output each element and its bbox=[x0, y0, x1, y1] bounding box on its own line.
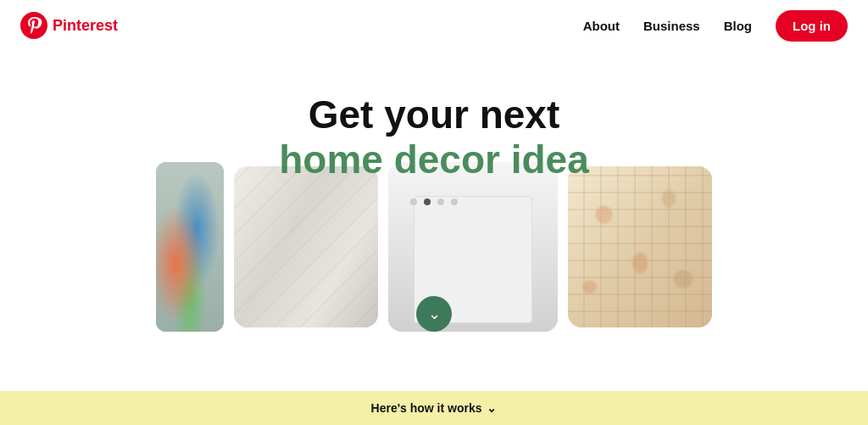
nav-links: About Business Blog Log in bbox=[583, 10, 848, 42]
carousel-dots bbox=[410, 199, 458, 205]
scroll-down-button[interactable]: ⌄ bbox=[416, 296, 452, 332]
image-card-2[interactable] bbox=[234, 166, 378, 327]
pinterest-logo-icon bbox=[20, 12, 47, 39]
about-link[interactable]: About bbox=[583, 19, 620, 33]
image-card-1[interactable] bbox=[156, 162, 224, 332]
hero-title-line2: home decor idea bbox=[279, 137, 589, 183]
how-it-works-text: Here's how it works ⌄ bbox=[371, 401, 498, 415]
chevron-down-icon: ⌄ bbox=[428, 306, 441, 322]
how-it-works-bar[interactable]: Here's how it works ⌄ bbox=[0, 391, 868, 425]
navbar: Pinterest About Business Blog Log in bbox=[0, 0, 868, 51]
hero-text: Get your next home decor idea bbox=[279, 93, 589, 183]
hero-section: Get your next home decor idea ⌄ bbox=[0, 51, 868, 391]
logo-text: Pinterest bbox=[53, 17, 118, 35]
business-link[interactable]: Business bbox=[643, 19, 700, 33]
dot-2[interactable] bbox=[424, 199, 431, 205]
image-card-3[interactable] bbox=[388, 162, 558, 332]
how-it-works-label: Here's how it works bbox=[371, 401, 482, 415]
logo-link[interactable]: Pinterest bbox=[20, 12, 118, 39]
dot-4[interactable] bbox=[451, 199, 458, 205]
login-button[interactable]: Log in bbox=[776, 10, 848, 42]
dot-1[interactable] bbox=[410, 199, 417, 205]
image-card-4[interactable] bbox=[568, 166, 712, 327]
dot-3[interactable] bbox=[437, 199, 444, 205]
hero-title-line1: Get your next bbox=[279, 93, 589, 137]
chevron-down-small-icon: ⌄ bbox=[487, 401, 497, 415]
blog-link[interactable]: Blog bbox=[724, 19, 752, 33]
